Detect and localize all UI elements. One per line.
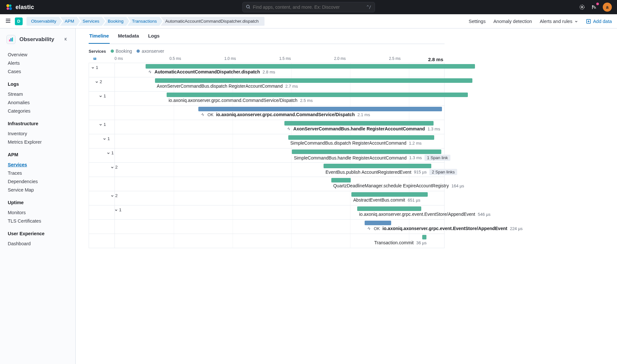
span-label: AxonServerCommandBus.dispatch RegisterAc… (157, 83, 298, 89)
nav-item-traces[interactable]: Traces (8, 169, 68, 177)
span-toggle[interactable]: 1 (99, 94, 106, 98)
span-row[interactable]: Transaction.commit36 µs (89, 234, 444, 248)
span-link-badge[interactable]: 1 Span link (424, 155, 450, 161)
nav-item-inventory[interactable]: Inventory (8, 129, 68, 138)
span-row[interactable]: OKio.axoniq.axonserver.grpc.command.Comm… (89, 105, 444, 120)
global-search[interactable]: ^/ (242, 2, 375, 12)
settings-link[interactable]: Settings (468, 19, 485, 24)
span-row[interactable]: 1io.axoniq.axonserver.grpc.event.EventSt… (89, 205, 444, 219)
svg-rect-10 (12, 38, 13, 41)
span-toggle[interactable]: 1 (103, 136, 110, 141)
span-row[interactable]: 2EventBus.publish AccountRegisteredEvent… (89, 162, 444, 177)
span-label: SimpleCommandBus.handle RegisterAccountC… (294, 155, 450, 161)
nav-toggle-button[interactable] (5, 18, 11, 25)
svg-point-5 (581, 6, 583, 8)
nav-heading-infrastructure: Infrastructure (8, 121, 68, 126)
help-icon[interactable] (578, 3, 586, 11)
chevron-down-icon (574, 19, 578, 23)
breadcrumb-transactions[interactable]: Transactions (127, 17, 163, 26)
newsfeed-icon[interactable] (590, 3, 598, 11)
nav-item-alerts[interactable]: Alerts (8, 59, 68, 67)
ruler-tick: 1.5 ms (279, 56, 291, 61)
ruler-tick: 0 ms (115, 56, 123, 61)
span-link-badge[interactable]: 2 Span links (429, 169, 457, 175)
nav-item-anomalies[interactable]: Anomalies (8, 98, 68, 107)
tab-metadata[interactable]: Metadata (117, 28, 140, 44)
span-toggle[interactable]: 1 (99, 122, 106, 127)
search-icon (246, 5, 250, 10)
span-toggle[interactable]: 1 (106, 150, 114, 155)
span-label: AbstractEventBus.commit651 µs (353, 197, 421, 203)
nav-item-dependencies[interactable]: Dependencies (8, 177, 68, 186)
span-bar[interactable] (146, 64, 475, 69)
tab-logs[interactable]: Logs (148, 28, 160, 44)
span-row[interactable]: QuartzDeadlineManager.schedule ExpireAcc… (89, 177, 444, 191)
header-bar: D ObservabilityAPMServicesBookingTransac… (0, 14, 617, 28)
add-data-link[interactable]: Add data (586, 19, 612, 24)
nav-item-overview[interactable]: Overview (8, 50, 68, 59)
span-row[interactable]: 2AxonServerCommandBus.dispatch RegisterA… (89, 77, 444, 91)
span-bar[interactable] (331, 178, 351, 182)
legend-item-axonserver: axonserver (137, 49, 164, 54)
span-bar[interactable] (324, 164, 431, 168)
span-label: AutomaticAccountCommandDispatcher.dispat… (148, 69, 275, 74)
legend-label: Services (89, 49, 106, 54)
notification-dot (596, 3, 599, 5)
elastic-logo-icon (5, 3, 13, 11)
nav-item-services[interactable]: Services (8, 160, 68, 169)
svg-point-6 (580, 5, 584, 9)
span-bar[interactable] (292, 149, 441, 154)
span-label: OKio.axoniq.axonserver.grpc.command.Comm… (200, 112, 370, 117)
span-toggle[interactable]: 2 (95, 79, 102, 84)
span-bar[interactable] (288, 135, 434, 140)
span-row[interactable]: OKio.axoniq.axonserver.grpc.event.EventS… (89, 219, 444, 234)
breadcrumb-services[interactable]: Services (78, 17, 105, 26)
nav-item-cases[interactable]: Cases (8, 67, 68, 76)
span-row[interactable]: 1SimpleCommandBus.dispatch RegisterAccou… (89, 134, 444, 148)
span-bar[interactable] (155, 78, 473, 83)
span-row[interactable]: 1 AutomaticAccountCommandDispatcher.disp… (89, 63, 444, 77)
nav-item-dashboard[interactable]: Dashboard (8, 239, 68, 248)
span-bar[interactable] (365, 221, 391, 225)
span-label: OKio.axoniq.axonserver.grpc.event.EventS… (367, 226, 523, 231)
svg-rect-8 (9, 39, 10, 41)
sidebar: Observability OverviewAlertsCasesLogsStr… (0, 28, 76, 364)
ruler-tick: 1.0 ms (224, 56, 236, 61)
span-bar[interactable] (357, 206, 422, 211)
topbar: elastic ^/ a (0, 0, 617, 14)
nav-item-service-map[interactable]: Service Map (8, 186, 68, 194)
span-label: Transaction.commit36 µs (374, 240, 427, 245)
anomaly-detection-link[interactable]: Anomaly detection (493, 19, 532, 24)
span-toggle[interactable]: 1 (91, 65, 98, 70)
span-label: AxonServerCommandBus.handle RegisterAcco… (286, 126, 440, 131)
alerts-rules-menu[interactable]: Alerts and rules (540, 19, 578, 24)
span-row[interactable]: 2AbstractEventBus.commit651 µs (89, 191, 444, 205)
nav-item-monitors[interactable]: Monitors (8, 208, 68, 217)
span-label: io.axoniq.axonserver.grpc.command.Comman… (169, 98, 313, 103)
nav-item-metrics-explorer[interactable]: Metrics Explorer (8, 138, 68, 146)
search-input[interactable] (253, 5, 364, 10)
sidebar-collapse-button[interactable] (64, 37, 69, 43)
ruler-zoom-icon[interactable] (89, 57, 102, 62)
nav-heading-uptime: Uptime (8, 200, 68, 205)
search-shortcut-hint: ^/ (367, 5, 371, 9)
span-bar[interactable] (351, 192, 428, 197)
span-bar[interactable] (198, 107, 442, 111)
nav-item-categories[interactable]: Categories (8, 107, 68, 115)
span-row[interactable]: 1 AxonServerCommandBus.handle RegisterAc… (89, 120, 444, 134)
breadcrumb-observability[interactable]: Observability (27, 17, 62, 26)
span-row[interactable]: 1io.axoniq.axonserver.grpc.command.Comma… (89, 91, 444, 105)
span-row[interactable]: 1SimpleCommandBus.handle RegisterAccount… (89, 148, 444, 162)
tab-timeline[interactable]: Timeline (89, 28, 110, 44)
breadcrumb-booking[interactable]: Booking (103, 17, 129, 26)
span-bar[interactable] (167, 93, 468, 97)
breadcrumb-apm[interactable]: APM (60, 17, 80, 26)
span-bar[interactable] (284, 121, 434, 126)
brand-logo[interactable]: elastic (5, 3, 34, 11)
span-bar[interactable] (422, 235, 426, 239)
user-avatar[interactable]: a (603, 3, 612, 12)
svg-point-2 (7, 7, 9, 10)
nav-item-stream[interactable]: Stream (8, 90, 68, 98)
space-selector[interactable]: D (15, 17, 23, 25)
nav-item-tls-certificates[interactable]: TLS Certificates (8, 217, 68, 225)
